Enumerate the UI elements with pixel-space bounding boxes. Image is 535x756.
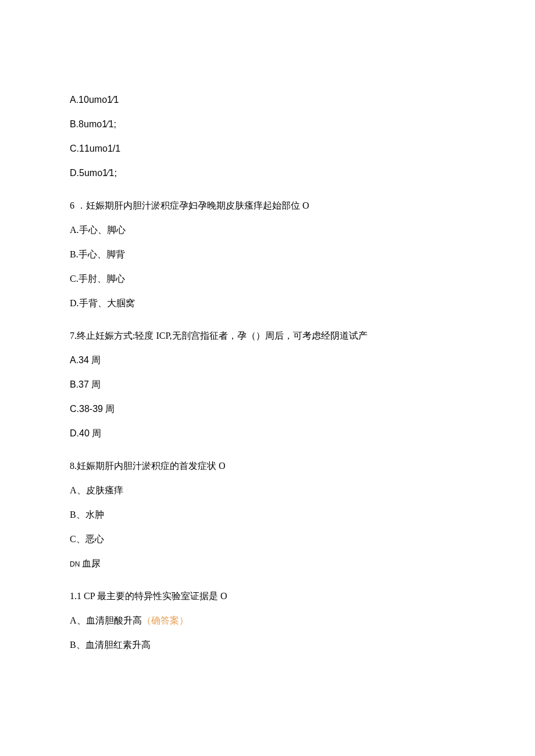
q8-option-d: DN 血尿	[70, 557, 465, 571]
q8-option-d-rest: 血尿	[80, 558, 101, 568]
q8-option-d-prefix: DN	[70, 560, 80, 568]
q8-question-text: 8.妊娠期肝内胆汁淤积症的首发症状 O	[70, 459, 465, 473]
q6-option-a: A.手心、脚心	[70, 223, 465, 237]
q5-option-c: C.11umo1/1	[70, 142, 465, 156]
q6-option-b: B.手心、脚背	[70, 248, 465, 261]
q11-question-text: 1.1 CP 最主要的特异性实验室证据是 O	[70, 589, 465, 603]
q11-option-b: B、血清胆红素升高	[70, 638, 465, 652]
q7-question-text: 7.终止妊娠方式:轻度 ICP,无剖宫指征者，孕（）周后，可考虑经阴道试产	[70, 329, 465, 343]
q11-option-a-text: A、血清胆酸升高	[70, 615, 142, 625]
q7-option-d: D.40 周	[70, 427, 465, 440]
q5-option-b: B.8umo1⁄1;	[70, 117, 465, 131]
q8-option-b: B、水肿	[70, 508, 465, 522]
q7-option-b: B.37 周	[70, 378, 465, 392]
q6-question-text: 6 ．妊娠期肝内胆汁淤积症孕妇孕晚期皮肤瘙痒起始部位 O	[70, 199, 465, 213]
q6-option-d: D.手背、大腘窝	[70, 296, 465, 310]
q8-option-a: A、皮肤瘙痒	[70, 483, 465, 497]
q5-option-a: A.10umo1⁄1	[70, 93, 465, 107]
q5-option-d: D.5umo1⁄1;	[70, 166, 465, 180]
q11-option-a: A、血清胆酸升高（确答案）	[70, 614, 465, 628]
q6-option-c: C.手肘、脚心	[70, 272, 465, 286]
q8-option-c: C、恶心	[70, 532, 465, 546]
q11-answer-mark: （确答案）	[142, 615, 188, 625]
q7-option-a: A.34 周	[70, 353, 465, 367]
q7-option-c: C.38-39 周	[70, 402, 465, 416]
